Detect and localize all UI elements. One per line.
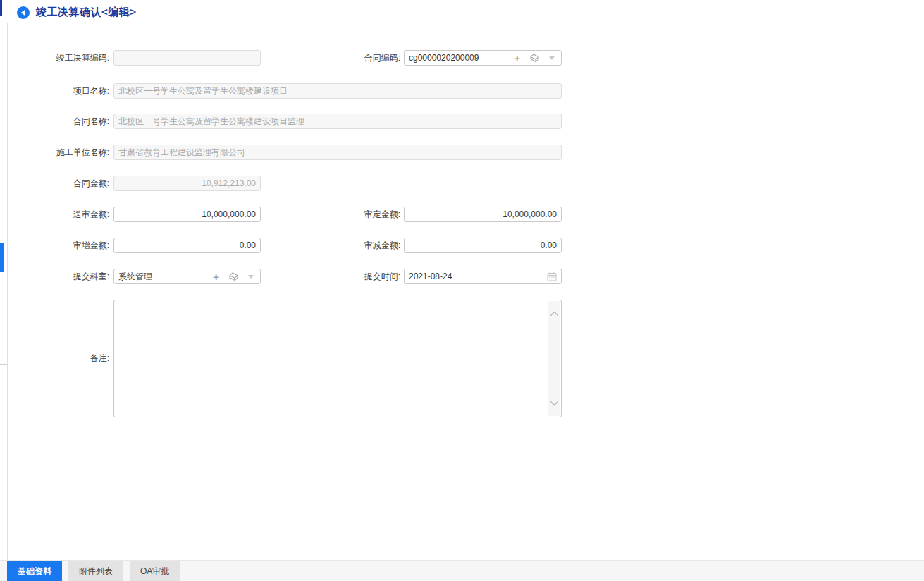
submitted-amount-label: 送审金额: xyxy=(39,207,109,222)
construction-unit-label: 施工单位名称: xyxy=(39,145,109,160)
increase-amount-input[interactable] xyxy=(113,238,261,253)
submitted-amount-input[interactable] xyxy=(113,207,261,222)
contract-code-combo[interactable]: cg0000020200009 + xyxy=(404,50,562,66)
submit-date-picker[interactable]: 2021-08-24 xyxy=(404,269,562,284)
contract-name-input xyxy=(113,114,562,129)
completion-code-label: 竣工决算编码: xyxy=(39,50,109,66)
submit-department-value[interactable]: 系统管理 xyxy=(114,271,213,283)
submit-department-combo-icons: + xyxy=(213,271,260,282)
eraser-icon[interactable] xyxy=(529,53,540,63)
dropdown-caret-icon[interactable] xyxy=(248,275,254,279)
increase-amount-label: 审增金额: xyxy=(39,238,109,253)
submit-date-value[interactable]: 2021-08-24 xyxy=(405,271,546,281)
plus-icon[interactable]: + xyxy=(213,271,219,282)
dropdown-caret-icon[interactable] xyxy=(549,56,555,60)
tab-attachment-list[interactable]: 附件列表 xyxy=(68,561,123,581)
construction-unit-input xyxy=(113,145,562,160)
left-rail-top-notch xyxy=(0,0,2,16)
contract-name-label: 合同名称: xyxy=(39,114,109,129)
back-arrow-icon xyxy=(17,6,30,19)
page-title: 竣工决算确认<编辑> xyxy=(36,6,137,19)
tab-oa-approval[interactable]: OA审批 xyxy=(130,561,180,581)
scroll-down-chevron-icon[interactable] xyxy=(550,400,559,406)
submit-date-icons xyxy=(546,271,561,282)
bottom-tabbar: 基础资料 附件列表 OA审批 xyxy=(0,560,924,581)
tab-basic-info[interactable]: 基础资料 xyxy=(7,561,62,581)
remarks-textarea[interactable] xyxy=(114,300,548,417)
eraser-icon[interactable] xyxy=(228,271,239,282)
completion-settlement-edit-page: 竣工决算确认<编辑> 竣工决算编码: 合同编码: cg0000020200009… xyxy=(0,0,924,581)
contract-amount-label: 合同金额: xyxy=(39,176,109,191)
submit-department-combo[interactable]: 系统管理 + xyxy=(113,269,261,284)
calendar-icon[interactable] xyxy=(546,271,558,282)
contract-code-label: 合同编码: xyxy=(330,50,400,66)
approved-amount-label: 审定金额: xyxy=(330,207,400,222)
left-panel-divider xyxy=(7,23,8,560)
contract-amount-input xyxy=(113,176,261,191)
back-button[interactable] xyxy=(17,6,30,19)
completion-code-input xyxy=(113,50,261,66)
contract-code-value[interactable]: cg0000020200009 xyxy=(405,53,514,63)
header: 竣工决算确认<编辑> xyxy=(17,6,137,19)
plus-icon[interactable]: + xyxy=(514,53,520,63)
decrease-amount-input[interactable] xyxy=(404,238,562,253)
submit-department-label: 提交科室: xyxy=(39,269,109,284)
project-name-label: 项目名称: xyxy=(39,83,109,99)
scroll-up-chevron-icon[interactable] xyxy=(550,311,559,317)
submit-date-label: 提交时间: xyxy=(330,269,400,284)
approved-amount-input[interactable] xyxy=(404,207,562,222)
splitter-handle[interactable] xyxy=(0,364,7,365)
remarks-label: 备注: xyxy=(39,300,109,417)
project-name-input xyxy=(113,83,562,99)
contract-code-combo-icons: + xyxy=(514,53,561,63)
textarea-scrollbar[interactable] xyxy=(548,301,560,416)
remarks-textarea-box xyxy=(113,300,562,417)
sidebar-collapse-handle[interactable] xyxy=(0,243,4,272)
decrease-amount-label: 审减金额: xyxy=(330,238,400,253)
